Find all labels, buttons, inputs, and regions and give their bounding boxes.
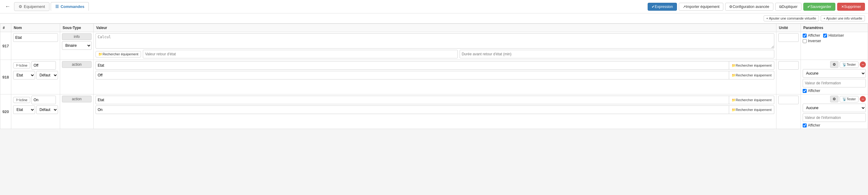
row-917-afficher-label[interactable]: Afficher <box>803 33 820 37</box>
row-920-aucune-select[interactable]: Aucune <box>803 104 866 112</box>
row-918-tester-label: Tester <box>847 63 856 66</box>
row-917-afficher-text: Afficher <box>808 33 820 37</box>
top-nav: ← ⚙ Equipement ☰ Commandes ✔ Expression … <box>0 0 868 13</box>
row-920-afficher-checkbox[interactable] <box>803 123 807 128</box>
row-920-defaut-select[interactable]: Défaut <box>36 106 58 114</box>
row-918-icon-button[interactable]: 🏳 Icône <box>13 62 30 68</box>
row-917-valeur-retour-input[interactable] <box>143 50 458 58</box>
row-917-inverser-checkbox[interactable] <box>803 39 807 43</box>
row-918-valeur-group1: 📁 Rechercher équipement <box>96 61 774 70</box>
tab-equipement[interactable]: ⚙ Equipement <box>14 2 50 11</box>
nav-right: ✔ Expression ↗ Importer équipement ⚙ Con… <box>648 3 865 11</box>
row-918-defaut-select[interactable]: Défaut <box>36 71 58 80</box>
commands-table: # Nom Sous-Type Valeur Unité Paramètres … <box>0 24 868 129</box>
row-918-rechercher1-button[interactable]: 📁 Rechercher équipement <box>729 61 774 70</box>
row-920-rechercher1-label: Rechercher équipement <box>736 98 772 102</box>
tab-commandes-label: Commandes <box>60 4 84 9</box>
row-918-subtype-badge: action <box>62 61 92 68</box>
row-918-nom-input[interactable] <box>31 61 56 70</box>
expression-button[interactable]: ✔ Expression <box>648 3 677 11</box>
row-920-aucune-row: Aucune <box>803 104 866 112</box>
row-920-valeur-input1[interactable] <box>96 96 729 104</box>
row-918-valeur-input1[interactable] <box>96 61 729 70</box>
table-row: 917 info Binaire Numérique Autre <box>0 32 868 60</box>
row-917-soustype-inner: info Binaire Numérique Autre <box>62 33 92 50</box>
row-918-rechercher2-label: Rechercher équipement <box>736 73 772 77</box>
tab-equipement-label: Equipement <box>24 4 45 9</box>
expression-label: Expression <box>655 5 673 9</box>
row-920-params-cell: ⚙ 📡 Tester − Aucune Afficher <box>801 94 868 129</box>
importer-icon: ↗ <box>683 5 686 9</box>
row-918-afficher-label[interactable]: Afficher <box>803 89 866 93</box>
row-918-afficher-checkbox[interactable] <box>803 89 807 93</box>
row-917-calcul-textarea[interactable] <box>96 33 774 49</box>
row-920-valeur-info-input[interactable] <box>803 113 866 122</box>
row-917-nom-input[interactable] <box>13 33 58 42</box>
row-918-rechercher2-button[interactable]: 📁 Rechercher équipement <box>729 71 774 80</box>
row-917-inverser-text: Inverser <box>808 39 821 43</box>
row-920-icon-button[interactable]: 🏳 Icône <box>13 97 30 103</box>
row-917-historiser-checkbox[interactable] <box>823 34 827 37</box>
row-918-gear-button[interactable]: ⚙ <box>830 61 838 68</box>
row-918-aucune-row: Aucune <box>803 69 866 78</box>
add-info-virtuelle-button[interactable]: + Ajouter une info virtuelle <box>821 15 865 21</box>
row-920-rechercher2-button[interactable]: 📁 Rechercher équipement <box>729 106 774 114</box>
row-920-valeur-cell: 📁 Rechercher équipement 📁 Rechercher équ… <box>94 94 776 129</box>
row-917-unite-input[interactable] <box>778 33 799 42</box>
row-917-soustype-cell: info Binaire Numérique Autre <box>60 32 94 60</box>
back-button[interactable]: ← <box>3 2 12 11</box>
add-cmd-virtuelle-button[interactable]: + Ajouter une commande virtuelle <box>764 15 819 21</box>
row-920-delete-button[interactable]: − <box>860 96 866 102</box>
row-917-historiser-label[interactable]: Historiser <box>823 33 844 37</box>
sauvegarder-label: Sauvegarder <box>810 5 831 9</box>
row-920-valeur-input2[interactable] <box>96 106 729 114</box>
row-917-afficher-checkbox[interactable] <box>803 34 807 37</box>
row-918-tester-button[interactable]: 📡 Tester <box>840 61 859 68</box>
row-920-rechercher2-label: Rechercher équipement <box>736 108 772 112</box>
row-920-tester-button[interactable]: 📡 Tester <box>840 96 859 102</box>
add-info-virtuelle-label: + Ajouter une info virtuelle <box>824 17 862 20</box>
dupliquer-button[interactable]: ⧉ Dupliquer <box>775 3 802 11</box>
row-918-unite-input[interactable] <box>778 61 799 70</box>
row-918-delete-button[interactable]: − <box>860 61 866 67</box>
row-917-duree-input[interactable] <box>460 50 774 58</box>
sub-toolbar: + Ajouter une commande virtuelle + Ajout… <box>0 13 868 24</box>
row-917-rechercher-equipement-label: Rechercher équipement <box>102 52 138 56</box>
tab-commandes[interactable]: ☰ Commandes <box>51 2 89 11</box>
row-918-valeur-input2[interactable] <box>96 71 729 80</box>
dupliquer-icon: ⧉ <box>779 5 782 9</box>
row-917-params-cell: Afficher Historiser Inverser <box>801 32 868 60</box>
row-917-subtype-select[interactable]: Binaire Numérique Autre <box>62 41 92 50</box>
sauvegarder-button[interactable]: ✔ Sauvegarder <box>803 3 835 11</box>
supprimer-button[interactable]: ✕ Supprimer <box>837 3 865 11</box>
table-row: 918 🏳 Icône Etat <box>0 60 868 94</box>
row-920-afficher-text: Afficher <box>808 123 820 128</box>
row-920-selects-row: Etat Défaut <box>13 106 58 114</box>
check-icon: ✔ <box>652 5 655 9</box>
row-917-rechercher-equipement-button[interactable]: 📁 Rechercher équipement <box>96 51 141 57</box>
folder-icon-920-1: 📁 <box>732 98 736 102</box>
row-917-inverser-label[interactable]: Inverser <box>803 39 866 43</box>
row-920-unite-cell <box>776 94 801 129</box>
config-button[interactable]: ⚙ Configuration avancée <box>725 3 773 11</box>
row-920-afficher-label[interactable]: Afficher <box>803 123 866 128</box>
equipement-icon: ⚙ <box>19 4 22 9</box>
table-row: 920 🏳 Icône Etat <box>0 94 868 129</box>
row-920-gear-button[interactable]: ⚙ <box>830 96 838 102</box>
row-920-unite-input[interactable] <box>778 96 799 104</box>
row-920-etat-select[interactable]: Etat <box>13 106 35 114</box>
antenna-icon-920: 📡 <box>842 97 847 101</box>
row-920-nom-input[interactable] <box>31 96 56 104</box>
row-920-subtype-badge: action <box>62 96 92 102</box>
row-918-valeur-group2: 📁 Rechercher équipement <box>96 71 774 80</box>
row-918-selects-row: Etat Défaut <box>13 71 58 80</box>
row-917-nom-cell <box>11 32 60 60</box>
folder-icon: 📁 <box>98 52 102 56</box>
row-918-aucune-select[interactable]: Aucune <box>803 69 866 78</box>
row-917-subtype-badge: info <box>62 33 92 40</box>
importer-button[interactable]: ↗ Importer équipement <box>679 3 724 11</box>
row-918-valeur-info-input[interactable] <box>803 79 866 87</box>
row-918-etat-select[interactable]: Etat <box>13 71 35 80</box>
row-920-rechercher1-button[interactable]: 📁 Rechercher équipement <box>729 96 774 104</box>
folder-icon-918-1: 📁 <box>732 63 736 67</box>
